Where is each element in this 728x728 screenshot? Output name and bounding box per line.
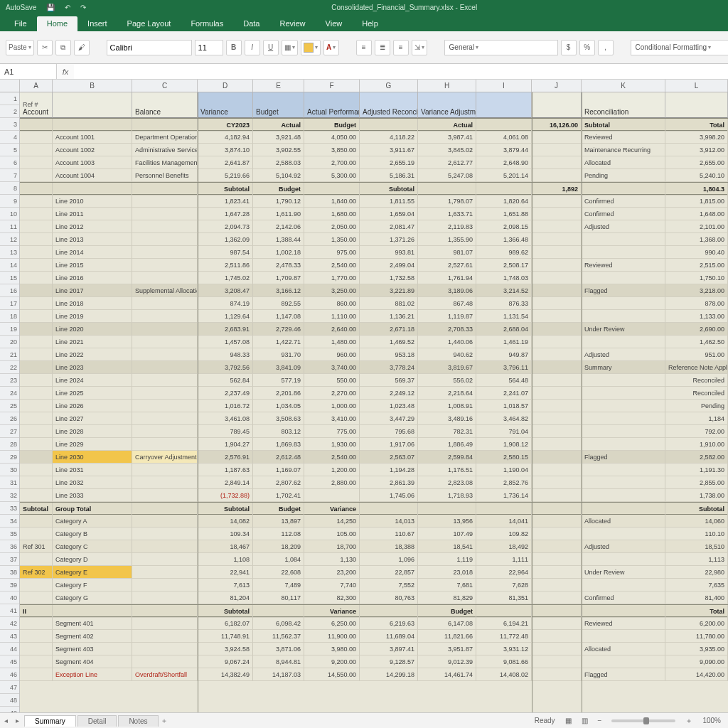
cell[interactable]: 5,104.92	[253, 169, 304, 182]
cell[interactable]: 1,651.88	[476, 208, 532, 220]
cell[interactable]: 9,012.39	[418, 655, 476, 668]
cell[interactable]	[532, 246, 582, 259]
cell[interactable]: 1,176.51	[418, 464, 476, 476]
cell[interactable]: 1,084	[253, 553, 304, 566]
cell[interactable]: Adjusted	[582, 348, 665, 361]
row-header[interactable]: 7	[0, 169, 19, 182]
cell[interactable]: Group Total	[53, 503, 132, 515]
table-row[interactable]: Segment 4049,067.248,944.819,200.009,128…	[20, 655, 728, 668]
cell[interactable]	[532, 540, 582, 553]
table-row[interactable]: Line 20273,461.083,508.633,410.003,447.2…	[20, 412, 728, 425]
cell[interactable]	[532, 284, 582, 297]
cell[interactable]: 1,136.21	[360, 310, 418, 323]
cell[interactable]: 3,912.00	[665, 144, 728, 156]
row-header[interactable]: 26	[0, 412, 19, 425]
cell[interactable]: 7,681	[418, 579, 476, 592]
cell[interactable]: Variance	[304, 605, 360, 618]
cell[interactable]: 22,980	[665, 566, 728, 579]
row-header[interactable]: 48	[0, 694, 19, 707]
cell[interactable]: Flagged	[582, 668, 665, 681]
cell[interactable]: Line 2016	[53, 272, 132, 284]
cell[interactable]: 1,200.00	[304, 464, 360, 476]
cell[interactable]: 577.19	[253, 374, 304, 387]
table-column-header[interactable]: Adjusted Reconciliation	[360, 92, 418, 118]
cell[interactable]: 11,748.91	[198, 630, 253, 643]
cell[interactable]: 6,219.63	[360, 617, 418, 630]
cell[interactable]: 1,709.87	[253, 272, 304, 284]
section-row[interactable]: IISubtotalVarianceBudgetTotal	[20, 604, 728, 617]
cell[interactable]: II	[20, 605, 53, 618]
cell[interactable]: 1,732.58	[360, 272, 418, 284]
formula-input[interactable]	[74, 64, 728, 79]
cell[interactable]: 13,897	[253, 515, 304, 528]
ribbon-tab-formulas[interactable]: Formulas	[181, 16, 233, 31]
currency-icon[interactable]: $	[561, 40, 577, 55]
cell[interactable]: 3,410.00	[304, 412, 360, 425]
ribbon-tab-file[interactable]: File	[4, 16, 37, 31]
cell[interactable]	[532, 489, 582, 502]
cell[interactable]: 3,879.44	[476, 144, 532, 156]
cell[interactable]	[582, 374, 665, 387]
row-header[interactable]: 2	[0, 105, 19, 118]
cell[interactable]: 105.00	[304, 528, 360, 540]
cell[interactable]	[20, 464, 53, 476]
cell[interactable]: Reviewed	[582, 617, 665, 630]
row-header[interactable]: 36	[0, 540, 19, 553]
cell[interactable]: 6,250.00	[304, 617, 360, 630]
cell[interactable]: 5,240.10	[665, 169, 728, 182]
font-name-input[interactable]	[107, 40, 192, 55]
column-header[interactable]: E	[253, 80, 304, 92]
view-page-icon[interactable]: ▥	[582, 717, 588, 724]
cell[interactable]	[532, 233, 582, 246]
cell[interactable]: 3,189.06	[418, 284, 476, 297]
table-row[interactable]: Line 20252,237.492,201.862,270.002,249.1…	[20, 387, 728, 400]
cell[interactable]	[582, 503, 665, 515]
cell[interactable]: 2,515.00	[665, 259, 728, 272]
cell[interactable]: 2,499.04	[360, 259, 418, 272]
table-column-header[interactable]	[532, 92, 582, 118]
cell[interactable]: Facilities Management	[132, 156, 198, 169]
cell[interactable]	[532, 579, 582, 592]
cell[interactable]: 14,041	[476, 515, 532, 528]
cell[interactable]	[132, 246, 198, 259]
section-row[interactable]: SubtotalBudgetSubtotal1,8921,804.3	[20, 182, 728, 195]
cell[interactable]: 80,117	[253, 592, 304, 604]
cell[interactable]: 2,655.19	[360, 156, 418, 169]
cell[interactable]: Line 2031	[53, 464, 132, 476]
cell[interactable]	[132, 348, 198, 361]
cell[interactable]	[532, 208, 582, 220]
zoom-in-icon[interactable]: ＋	[685, 716, 692, 726]
cell[interactable]	[476, 183, 532, 196]
cell[interactable]: 1,169.07	[253, 464, 304, 476]
ribbon-tab-data[interactable]: Data	[233, 16, 269, 31]
row-header[interactable]: 6	[0, 156, 19, 169]
row-header[interactable]: 25	[0, 400, 19, 412]
new-sheet-icon[interactable]: ＋	[159, 716, 170, 726]
cell[interactable]: Subtotal	[582, 119, 665, 132]
row-header[interactable]: 33	[0, 502, 19, 515]
cell[interactable]: 1,840.00	[304, 195, 360, 208]
cell[interactable]: Line 2023	[53, 361, 132, 374]
cell[interactable]	[582, 387, 665, 400]
row-header[interactable]: 11	[0, 220, 19, 233]
cell[interactable]: 3,987.41	[418, 131, 476, 144]
cell[interactable]	[20, 272, 53, 284]
cell[interactable]: 2,101.00	[665, 220, 728, 233]
cell[interactable]: 6,200.00	[665, 617, 728, 630]
cell[interactable]	[20, 284, 53, 297]
table-row[interactable]: Account 1003Facilities Management2,641.8…	[20, 156, 728, 169]
column-header[interactable]: A	[20, 80, 53, 92]
cell[interactable]	[20, 233, 53, 246]
cell[interactable]: 1,131.54	[476, 310, 532, 323]
cell[interactable]: 1,823.41	[198, 195, 253, 208]
table-row[interactable]: Category D1,1081,0841,1301,0961,1191,111…	[20, 553, 728, 566]
cell[interactable]	[532, 655, 582, 668]
cell[interactable]: 3,221.89	[360, 284, 418, 297]
cell[interactable]: 1,016.72	[198, 400, 253, 412]
zoom-level[interactable]: 100%	[702, 717, 721, 724]
cell[interactable]	[132, 528, 198, 540]
merge-button[interactable]: ⇲	[412, 40, 427, 55]
cell[interactable]: 1,908.12	[476, 438, 532, 451]
cell[interactable]: 6,147.08	[418, 617, 476, 630]
cell[interactable]: 931.70	[253, 348, 304, 361]
